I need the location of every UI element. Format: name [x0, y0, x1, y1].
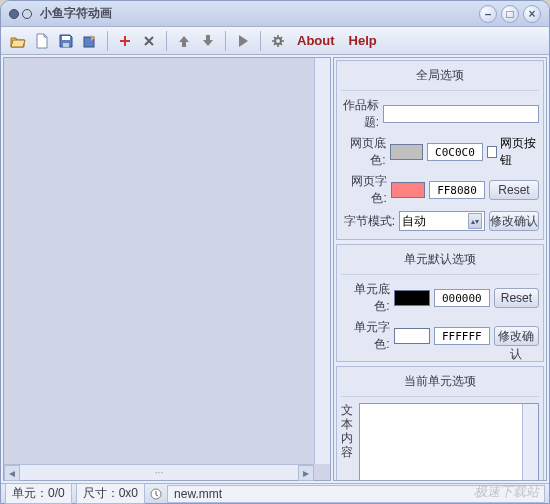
maximize-button[interactable]: □ — [501, 5, 519, 23]
panel-title-unit-default: 单元默认选项 — [341, 249, 539, 275]
save-icon — [59, 34, 73, 48]
horizontal-scrollbar[interactable]: ◂ ··· ▸ — [4, 464, 314, 480]
unit-bg-label: 单元底色: — [341, 281, 390, 315]
page-bg-swatch[interactable] — [390, 144, 423, 160]
content-area: ◂ ··· ▸ 全局选项 作品标题: 网页底色: 网页 — [1, 55, 549, 483]
title-icons — [9, 9, 32, 19]
text-content-label: 文本内容 — [341, 403, 355, 481]
byte-mode-label: 字节模式: — [341, 213, 395, 230]
play-button[interactable] — [232, 30, 254, 52]
settings-button[interactable] — [267, 30, 289, 52]
status-unit: 单元：0/0 — [5, 483, 72, 504]
help-link[interactable]: Help — [343, 31, 383, 50]
page-bg-label: 网页底色: — [341, 135, 386, 169]
panel-title-global: 全局选项 — [341, 65, 539, 91]
page-button-checkbox[interactable] — [487, 146, 497, 158]
app-icon-dot — [22, 9, 32, 19]
minimize-button[interactable]: – — [479, 5, 497, 23]
page-bg-code[interactable] — [427, 143, 483, 161]
arrow-up-icon — [178, 34, 190, 48]
unit-default-reset-button[interactable]: Reset — [494, 288, 539, 308]
panel-title-current-unit: 当前单元选项 — [341, 371, 539, 397]
svg-rect-1 — [63, 43, 69, 47]
play-icon — [237, 34, 249, 48]
side-panel: 全局选项 作品标题: 网页底色: 网页按钮 网页字色: — [333, 57, 547, 481]
svg-rect-0 — [62, 36, 70, 40]
folder-open-icon — [10, 34, 26, 48]
combo-spinner-icon[interactable]: ▴▾ — [468, 213, 482, 229]
global-confirm-button[interactable]: 修改确认 — [489, 211, 539, 231]
open-button[interactable] — [7, 30, 29, 52]
titlebar: 小鱼字符动画 – □ × — [1, 1, 549, 27]
unit-bg-code[interactable] — [434, 289, 490, 307]
window-title: 小鱼字符动画 — [40, 5, 112, 22]
canvas-area[interactable]: ◂ ··· ▸ — [3, 57, 331, 481]
add-button[interactable] — [114, 30, 136, 52]
text-content-textarea[interactable] — [359, 403, 539, 481]
close-button[interactable]: × — [523, 5, 541, 23]
unit-default-panel: 单元默认选项 单元底色: Reset 单元字色: 修改确认 — [336, 244, 544, 362]
x-icon — [142, 34, 156, 48]
unit-fg-code[interactable] — [434, 327, 490, 345]
current-unit-panel: 当前单元选项 文本内容 单元底色: 单元字色: — [336, 366, 544, 481]
unit-bg-swatch[interactable] — [394, 290, 430, 306]
delete-button[interactable] — [138, 30, 160, 52]
export-button[interactable] — [79, 30, 101, 52]
plus-icon — [118, 34, 132, 48]
export-icon — [83, 34, 97, 48]
about-link[interactable]: About — [291, 31, 341, 50]
statusbar: 单元：0/0 尺寸：0x0 new.mmt — [1, 483, 549, 503]
byte-mode-combo[interactable]: 自动 ▴▾ — [399, 211, 485, 231]
page-button-label: 网页按钮 — [500, 135, 539, 169]
svg-point-3 — [275, 38, 281, 44]
unit-fg-label: 单元字色: — [341, 319, 390, 353]
unit-fg-swatch[interactable] — [394, 328, 430, 344]
page-fg-label: 网页字色: — [341, 173, 387, 207]
vertical-scrollbar[interactable] — [314, 58, 330, 464]
status-file-icon — [149, 487, 163, 501]
status-file: new.mmt — [167, 485, 545, 503]
scroll-track[interactable]: ··· — [20, 467, 298, 478]
move-down-button[interactable] — [197, 30, 219, 52]
scroll-right-icon[interactable]: ▸ — [298, 465, 314, 481]
arrow-down-icon — [202, 34, 214, 48]
new-file-icon — [35, 33, 49, 49]
new-button[interactable] — [31, 30, 53, 52]
work-title-label: 作品标题: — [341, 97, 379, 131]
app-icon-dot — [9, 9, 19, 19]
byte-mode-value: 自动 — [402, 213, 426, 230]
unit-default-confirm-button[interactable]: 修改确认 — [494, 326, 539, 346]
textarea-scrollbar[interactable] — [522, 404, 538, 481]
work-title-input[interactable] — [383, 105, 539, 123]
toolbar: About Help — [1, 27, 549, 55]
global-options-panel: 全局选项 作品标题: 网页底色: 网页按钮 网页字色: — [336, 60, 544, 240]
scroll-left-icon[interactable]: ◂ — [4, 465, 20, 481]
page-fg-code[interactable] — [429, 181, 485, 199]
gear-icon — [271, 34, 285, 48]
status-size: 尺寸：0x0 — [76, 483, 145, 504]
page-button-checkbox-wrap[interactable]: 网页按钮 — [487, 135, 539, 169]
app-window: 小鱼字符动画 – □ × — [0, 0, 550, 504]
move-up-button[interactable] — [173, 30, 195, 52]
page-fg-swatch[interactable] — [391, 182, 425, 198]
save-button[interactable] — [55, 30, 77, 52]
global-reset-button[interactable]: Reset — [489, 180, 539, 200]
